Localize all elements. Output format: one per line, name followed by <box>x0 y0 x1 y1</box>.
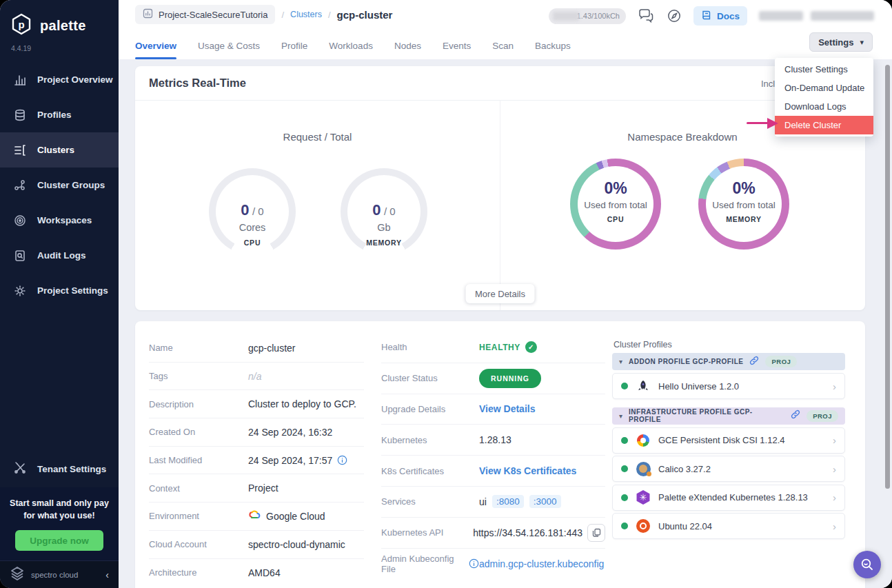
sidebar-item-tenant-settings[interactable]: Tenant Settings <box>0 452 119 487</box>
context-value: Project <box>248 483 278 494</box>
tab-usage-costs[interactable]: Usage & Costs <box>198 32 260 59</box>
spectro-cloud-name: spectro cloud <box>31 571 99 579</box>
chevron-down-icon: ▾ <box>619 412 622 420</box>
tab-overview[interactable]: Overview <box>135 32 176 59</box>
link-icon[interactable] <box>791 409 800 422</box>
profile-group-name: ADDON PROFILE GCP-PROFILE <box>629 358 743 365</box>
service-port-link[interactable]: :3000 <box>529 495 561 508</box>
sidebar-item-project-overview[interactable]: Project Overview <box>0 62 119 97</box>
status-row: Health HEALTHY✓ <box>381 332 605 363</box>
chevron-right-icon: › <box>833 520 836 532</box>
status-row: Admin Kubeconfig File admin.gcp-cluster.… <box>381 549 605 580</box>
sidebar-item-audit-logs[interactable]: Audit Logs <box>0 238 119 273</box>
sidebar-item-project-settings[interactable]: Project Settings <box>0 273 119 308</box>
tab-events[interactable]: Events <box>443 32 471 59</box>
kubeconfig-download-link[interactable]: admin.gcp-cluster.kubeconfig <box>479 558 604 569</box>
cpu-used-caption: Used from total <box>570 200 661 210</box>
tags-value: n/a <box>248 371 261 382</box>
upsell-text: Start small and only pay for what you us… <box>7 497 112 522</box>
status-row: Kubernetes 1.28.13 <box>381 425 605 456</box>
memory-total-value: / 0 <box>384 205 396 217</box>
cpu-used-percent: 0% <box>570 179 661 198</box>
layers-icon <box>13 108 27 122</box>
network-icon <box>13 179 27 192</box>
detail-row: Tagsn/a <box>149 363 364 391</box>
sidebar-item-label: Project Overview <box>37 74 113 85</box>
tab-scan[interactable]: Scan <box>492 32 514 59</box>
chat-icon[interactable] <box>638 8 655 23</box>
document-search-icon <box>13 249 27 263</box>
menu-item-delete-cluster[interactable]: Delete Cluster <box>775 116 873 134</box>
sidebar-item-label: Cluster Groups <box>37 180 105 190</box>
chevron-down-icon: ▾ <box>860 38 864 47</box>
metrics-header: Metrics Real-Time <box>135 66 865 101</box>
profile-pack-gce-disk[interactable]: GCE Persistent Disk CSI 1.12.4 › <box>612 427 845 454</box>
view-details-link[interactable]: View Details <box>479 403 535 414</box>
status-dot <box>621 383 628 389</box>
status-dot <box>621 523 628 529</box>
status-row: Upgrade Details View Details <box>381 394 605 425</box>
detail-row: Environment Google Cloud <box>149 503 364 531</box>
sidebar-item-cluster-groups[interactable]: Cluster Groups <box>0 168 119 203</box>
view-certificates-link[interactable]: View K8s Certificates <box>479 465 576 476</box>
profile-pack-hello-universe[interactable]: Hello Universe 1.2.0 › <box>612 373 845 399</box>
help-widget-button[interactable] <box>853 551 881 578</box>
environment-value: Google Cloud <box>266 511 325 522</box>
tab-workloads[interactable]: Workloads <box>329 32 373 59</box>
addon-profile-group-header[interactable]: ▾ ADDON PROFILE GCP-PROFILE PROJ <box>612 353 845 370</box>
redacted-user-info <box>811 11 874 21</box>
compass-icon[interactable] <box>667 8 682 23</box>
sidebar-collapse-icon[interactable]: ‹ <box>105 569 109 580</box>
profile-pack-ubuntu[interactable]: Ubuntu 22.04 › <box>612 513 845 539</box>
service-port-link[interactable]: :8080 <box>492 495 524 508</box>
cpu-request-value: 0 <box>241 201 249 219</box>
sidebar-item-workspaces[interactable]: Workspaces <box>0 203 119 238</box>
breadcrumb-separator: / <box>281 10 284 20</box>
gear-icon <box>13 284 27 298</box>
menu-item-cluster-settings[interactable]: Cluster Settings <box>775 60 873 79</box>
sidebar-item-label: Tenant Settings <box>37 464 106 474</box>
sidebar-item-profiles[interactable]: Profiles <box>0 97 119 132</box>
spectro-cloud-logo-icon <box>10 566 25 584</box>
clusters-list-icon <box>13 143 27 157</box>
ubuntu-icon <box>636 518 651 534</box>
pxk-icon: ✳ <box>636 490 651 505</box>
main-content: Metrics Real-Time Incl Request / Total N… <box>119 59 892 588</box>
memory-donut-label: MEMORY <box>698 215 789 223</box>
pack-name: Calico 3.27.2 <box>658 464 825 474</box>
detail-row: ArchitectureAMD64 <box>149 559 364 587</box>
tab-backups[interactable]: Backups <box>535 32 571 59</box>
project-chart-icon <box>143 8 153 21</box>
brand-logo-row: p palette <box>0 0 119 39</box>
upgrade-now-button[interactable]: Upgrade now <box>15 530 103 551</box>
settings-dropdown-menu: Cluster Settings On-Demand Update Downlo… <box>775 58 873 136</box>
profile-pack-calico[interactable]: Calico 3.27.2 › <box>612 456 845 482</box>
tab-profile[interactable]: Profile <box>281 32 307 59</box>
settings-label: Settings <box>818 37 853 48</box>
link-icon[interactable] <box>749 356 759 368</box>
cpu-gauge-label: CPU <box>209 239 296 247</box>
docs-button[interactable]: Docs <box>693 6 747 26</box>
memory-request-value: 0 <box>372 201 381 219</box>
menu-item-on-demand-update[interactable]: On-Demand Update <box>775 79 873 97</box>
status-dot <box>621 465 628 472</box>
menu-item-download-logs[interactable]: Download Logs <box>775 97 873 116</box>
breadcrumb-clusters-link[interactable]: Clusters <box>290 10 322 19</box>
sidebar-item-clusters[interactable]: Clusters <box>0 132 119 168</box>
memory-unit: Gb <box>341 222 427 233</box>
tools-icon <box>13 461 27 477</box>
tab-nodes[interactable]: Nodes <box>394 32 421 59</box>
project-selector[interactable]: Project-ScaleSecureTutoria <box>135 5 275 24</box>
profile-pack-pxk[interactable]: ✳ Palette eXtended Kubernetes 1.28.13 › <box>612 485 845 511</box>
created-on-value: 24 Sep 2024, 16:32 <box>248 427 332 438</box>
settings-button[interactable]: Settings ▾ <box>809 32 873 52</box>
infrastructure-profile-group-header[interactable]: ▾ INFRASTRUCTURE PROFILE GCP-PROFILE PRO… <box>612 407 845 425</box>
upsell-box: Start small and only pay for what you us… <box>0 487 119 560</box>
vertical-scrollbar[interactable] <box>885 65 890 489</box>
info-icon[interactable] <box>469 558 479 569</box>
memory-gauge-label: MEMORY <box>341 239 427 247</box>
copy-button[interactable] <box>587 524 605 542</box>
breadcrumb-current-cluster: gcp-cluster <box>337 9 393 21</box>
info-icon[interactable] <box>337 455 347 465</box>
more-details-button[interactable]: More Details <box>465 284 535 303</box>
